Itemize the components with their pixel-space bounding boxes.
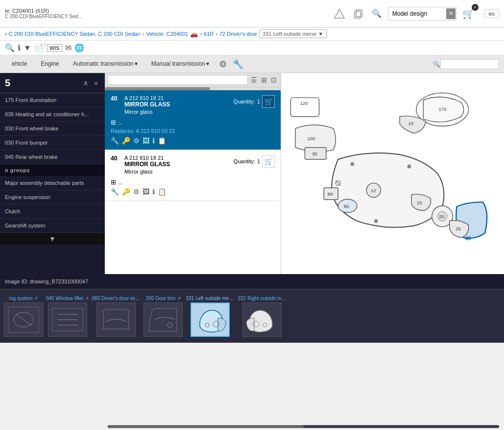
info-icon[interactable]: ℹ [152,137,155,145]
breadcrumb-arrow-left[interactable]: ‹ [5,31,7,37]
header: le: C204001 (61R) C 200 CDI BlueEFFICIEN… [0,0,504,27]
breadcrumb: ‹ C 200 CDI BlueEFFICIENCY Sedan, C 200 … [0,27,504,41]
tab-engine[interactable]: Engine [34,56,66,72]
copy-icon-btn[interactable] [351,6,365,21]
key-icon-2[interactable]: 🔑 [122,188,130,196]
part-item-2[interactable]: 40 A 212 810 18 21 MIRROR GLASS Mirror g… [105,150,281,201]
thumbnail-item-1[interactable]: 045 Window lifter ↗ [46,296,89,337]
wrench-icon-2[interactable]: 🔧 [111,188,119,196]
doc-icon-2[interactable]: 📋 [158,188,166,196]
zoom-in-btn[interactable]: 🔍 [5,43,15,52]
thumbnail-item-4[interactable]: 331 Left outside mirror ↗ [186,296,235,337]
gear-icon-2[interactable]: ⚙ [133,188,140,196]
svg-text:30: 30 [312,151,317,156]
sidebar-header: 5 ∧ « [0,73,105,93]
breadcrumb-61r[interactable]: 61R [204,31,214,37]
thumb-svg-4 [192,304,228,335]
settings-icon[interactable]: ⚙ [216,58,230,71]
svg-text:90: 90 [344,203,349,209]
sidebar-item-gearshift[interactable]: Gearshift system [0,219,105,233]
add-to-cart-btn-2[interactable]: 🛒 [262,155,275,168]
warning-icon-btn[interactable]: ! [332,6,347,21]
mirror-diagram: 120 170 100 10 30 40 80 12 [281,73,504,274]
tab-automatic-transmission[interactable]: Automatic transmission ▾ [66,56,144,72]
thumbnail-item-2[interactable]: 060 Driver's door window system ↗ [92,296,141,337]
bottom-strip: Image ID: drawing_B72331000047 [0,274,504,289]
thumb-link-2[interactable]: 060 Driver's door window system ↗ [92,296,141,301]
part-desc-1: Mirror glass [124,109,170,115]
thumb-link-1[interactable]: 045 Window lifter ↗ [46,296,89,301]
thumbnail-row: ing system ↗ 045 Window lifter ↗ 060 [0,289,504,343]
thumbnail-item-3[interactable]: 200 Door trim ↗ [144,296,183,337]
photo-icon-2[interactable]: 🖼 [143,188,149,196]
breadcrumb-vehicle[interactable]: C 200 CDI BlueEFFICIENCY Sedan, C 200 CD… [9,31,141,37]
part-desc-2: Mirror glass [124,169,170,175]
thumb-svg-0 [6,304,41,335]
svg-text:20: 20 [439,214,444,219]
lang-btn[interactable]: en [484,9,499,18]
thumbnail-item-0[interactable]: ing system ↗ [4,296,43,337]
search-icon-btn[interactable]: 🔍 [369,6,384,21]
thumb-link-3[interactable]: 200 Door trim ↗ [146,296,181,301]
sidebar-item-030-bumper[interactable]: 030 Front bumper [0,136,105,150]
sidebar-back-btn[interactable]: « [92,77,100,89]
parts-list-view-btn[interactable]: ☰ [250,75,258,85]
part-action-icons-2: 🔧 🔑 ⚙ 🖼 ℹ 📋 [111,188,275,196]
photo-icon[interactable]: 🖼 [143,137,149,145]
globe-btn[interactable]: 🌐 [74,43,84,52]
doc-icon[interactable]: 📋 [158,137,166,145]
mail-btn[interactable]: ✉ [65,43,72,52]
parts-expand-btn[interactable]: ⊡ [270,75,278,85]
svg-text:15: 15 [417,200,422,205]
sidebar-item-030-brake[interactable]: 030 Front wheel brake [0,122,105,136]
parts-grid-view-btn[interactable]: ⊞ [260,75,268,85]
quantity-label-1: Quantity: [234,99,255,104]
sidebar-collapse-btn[interactable]: ∧ [81,77,90,89]
mirror-dropdown-label: 331 Left outside mirror [263,31,316,37]
thumb-link-5[interactable]: 332 Right outside mirror ↗ [238,296,287,301]
part-item-1[interactable]: 40 A 212 810 18 21 MIRROR GLASS Mirror g… [105,90,281,150]
parts-search-input[interactable] [108,75,248,85]
vehicle-name: C 200 CDI BlueEFFICIENCY Sedan, C 200 CD… [5,14,83,19]
sidebar-item-175[interactable]: 175 Front illumination [0,93,105,107]
sidebar-scroll-down-btn[interactable]: ▼ [0,233,105,245]
svg-text:!: ! [338,12,340,18]
thumb-link-0[interactable]: ing system ↗ [9,296,38,301]
breadcrumb-vehicle-icon: 🚗 [190,30,198,38]
thumb-img-3 [144,303,183,337]
sidebar-item-035[interactable]: 035 Heating and air conditioner h... [0,107,105,122]
parts-list: 40 A 212 810 18 21 MIRROR GLASS Mirror g… [105,90,281,274]
search-clear-btn[interactable]: ✕ [446,8,456,19]
sidebar-items-list: 175 Front illumination 035 Heating and a… [0,93,105,164]
tab-vehicle[interactable]: ehicle [5,56,34,72]
print-btn[interactable]: 📄 ! [34,43,44,52]
sidebar-item-major-assembly[interactable]: Major assembly detachable parts [0,176,105,190]
info-btn[interactable]: ℹ [18,43,21,52]
chevron-down-icon: ▼ [318,31,323,37]
sidebar-item-clutch[interactable]: Clutch [0,204,105,219]
add-to-cart-btn-1[interactable]: 🛒 [262,95,275,108]
info-icon-2[interactable]: ℹ [152,188,155,196]
thumbnail-item-5[interactable]: 332 Right outside mirror ↗ [238,296,287,337]
gear-icon[interactable]: ⚙ [133,137,140,145]
thumb-link-4[interactable]: 331 Left outside mirror ↗ [186,296,235,301]
parts-hscroll[interactable] [105,87,281,90]
cart-btn[interactable]: 🛒 + [460,6,477,22]
wrench-icon[interactable]: 🔧 [111,137,119,145]
mirror-dropdown[interactable]: 331 Left outside mirror ▼ [259,29,327,38]
sidebar-item-engine-suspension[interactable]: Engine suspension [0,190,105,204]
tools-icon[interactable]: 🔧 [230,58,246,71]
filter-btn[interactable]: ▼ [24,44,31,52]
grid-icon-1: ⊞ [111,119,116,126]
part-code-2: A 212 810 18 21 [124,155,170,161]
breadcrumb-vehicle-id[interactable]: Vehicle: C204001 [146,31,188,37]
nav-search-input[interactable] [440,59,499,69]
tab-manual-transmission[interactable]: Manual transmission ▾ [144,56,216,72]
part-replaces-1: Replaces: A 212 810 03 21 [111,128,275,134]
svg-text:25: 25 [456,226,461,231]
wis-btn[interactable]: WIS [47,44,62,52]
nav-search-icon: 🔍 [433,61,440,68]
sidebar-item-045[interactable]: 045 Rear wheel brake [0,150,105,164]
breadcrumb-72[interactable]: 72 Driver's door [219,31,257,37]
key-icon[interactable]: 🔑 [122,137,130,145]
